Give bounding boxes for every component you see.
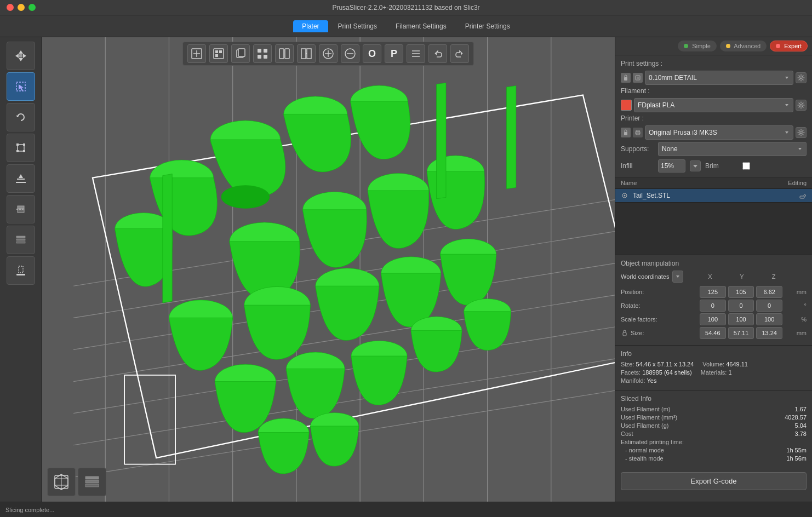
z-axis-header: Z <box>759 273 788 280</box>
position-z-input[interactable] <box>756 286 782 298</box>
svg-rect-78 <box>258 49 261 53</box>
minimize-button[interactable] <box>18 4 25 11</box>
used-filament-mm3-label: Used Filament (mm³) <box>621 414 677 421</box>
object-list: Tail_Set.STL <box>615 189 812 255</box>
toolbar-redo-btn[interactable] <box>450 44 469 63</box>
window-controls[interactable] <box>7 4 36 11</box>
svg-marker-119 <box>798 148 802 150</box>
svg-rect-77 <box>238 49 245 56</box>
facets-info-value: 188985 (64 shells) <box>642 369 692 376</box>
tab-filament-settings[interactable]: Filament Settings <box>387 20 455 32</box>
toolbar-merge-btn[interactable] <box>297 44 316 63</box>
tool-scale[interactable] <box>7 134 35 162</box>
size-z-input[interactable] <box>756 327 782 339</box>
volume-info: Volume: 4649.11 <box>702 361 748 367</box>
position-label: Position: <box>621 289 697 295</box>
toolbar-minus-btn[interactable] <box>341 44 359 63</box>
tab-printer-settings[interactable]: Printer Settings <box>456 20 519 32</box>
estimated-time-label: Estimated printing time: <box>621 439 684 445</box>
print-preset-dropdown[interactable]: 0.10mm DETAIL <box>645 71 793 85</box>
infill-input[interactable] <box>658 159 685 173</box>
infill-dropdown-btn[interactable] <box>690 160 701 171</box>
object-item[interactable]: Tail_Set.STL <box>615 189 812 203</box>
toolbar-add-btn[interactable] <box>187 44 206 63</box>
print-settings-section: Print settings : 0.10mm DETAIL <box>615 55 812 177</box>
mode-simple-btn[interactable]: Simple <box>678 41 717 51</box>
print-settings-gear[interactable] <box>796 72 807 83</box>
tool-select[interactable] <box>7 72 35 101</box>
brim-checkbox[interactable] <box>742 162 750 170</box>
tab-print-settings[interactable]: Print Settings <box>329 20 386 32</box>
scale-x-input[interactable] <box>700 313 726 325</box>
estimated-time-row: Estimated printing time: <box>621 439 807 445</box>
toolbar-split-btn[interactable] <box>275 44 294 63</box>
scale-z-input[interactable] <box>756 313 782 325</box>
cost-value: 3.78 <box>795 430 807 437</box>
view-layers-btn[interactable] <box>78 468 106 496</box>
infill-label: Infill <box>621 162 654 170</box>
maximize-button[interactable] <box>28 4 36 11</box>
svg-rect-80 <box>258 55 261 59</box>
scale-label: Scale factors: <box>621 316 697 323</box>
filament-settings-gear[interactable] <box>796 100 807 111</box>
filament-color-swatch[interactable] <box>621 100 632 111</box>
filament-label: Filament : <box>621 87 654 95</box>
svg-rect-106 <box>636 76 640 80</box>
position-y-input[interactable] <box>728 286 754 298</box>
tab-plater[interactable]: Plater <box>293 20 328 32</box>
toolbar-object-btn[interactable] <box>209 44 228 63</box>
printer-lock-icon <box>621 128 631 137</box>
mode-expert-label: Expert <box>784 43 802 49</box>
tool-layers[interactable] <box>7 226 35 254</box>
svg-rect-105 <box>624 77 627 81</box>
size-x-input[interactable] <box>700 327 726 339</box>
toolbar-P-btn[interactable]: P <box>385 44 403 63</box>
mode-advanced-btn[interactable]: Advanced <box>720 41 767 51</box>
world-coordinates-dropdown[interactable] <box>672 271 683 283</box>
manifold-info-row: Manifold: Yes <box>621 377 807 384</box>
toolbar-plus-btn[interactable] <box>319 44 338 63</box>
tool-rotate[interactable] <box>7 103 35 131</box>
supports-dropdown[interactable]: None <box>658 142 807 156</box>
object-edit-icon[interactable] <box>799 192 807 199</box>
toolbar-grid-btn[interactable] <box>253 44 272 63</box>
size-info-label: Size: 54.46 x 57.11 x 13.24 <box>621 361 694 367</box>
tool-support[interactable] <box>7 256 35 285</box>
rotate-z-input[interactable] <box>756 300 782 312</box>
export-gcode-button[interactable]: Export G-code <box>621 472 807 490</box>
materials-info: Materials: 1 <box>701 369 732 376</box>
toolbar-list-btn[interactable] <box>407 44 425 63</box>
object-filename: Tail_Set.STL <box>633 192 794 199</box>
mode-expert-btn[interactable]: Expert <box>770 41 808 51</box>
tool-move[interactable] <box>7 42 35 70</box>
infill-row: Infill Brim <box>621 159 807 173</box>
svg-rect-81 <box>264 55 267 59</box>
rotate-x-input[interactable] <box>700 300 726 312</box>
close-button[interactable] <box>7 4 14 11</box>
printer-preset-row: Original Prusa i3 MK3S <box>621 125 807 140</box>
used-filament-m-row: Used Filament (m) 1.67 <box>621 406 807 412</box>
scale-row: Scale factors: % <box>621 313 807 325</box>
toolbar-undo-btn[interactable] <box>428 44 447 63</box>
svg-rect-79 <box>264 49 267 53</box>
toolbar-O-btn[interactable]: O <box>363 44 381 63</box>
svg-point-112 <box>800 104 802 106</box>
printer-label: Printer : <box>621 114 654 122</box>
view-3d-btn[interactable] <box>47 468 76 496</box>
tool-cut[interactable] <box>7 195 35 223</box>
position-x-input[interactable] <box>700 286 726 298</box>
printer-settings-gear[interactable] <box>796 127 807 138</box>
viewport[interactable]: O P <box>42 37 615 502</box>
size-y-input[interactable] <box>728 327 754 339</box>
toolbar-copy-btn[interactable] <box>231 44 250 63</box>
tool-place[interactable] <box>7 164 35 193</box>
name-column-header: Name <box>621 180 637 186</box>
facets-info-row: Facets: 188985 (64 shells) Materials: 1 <box>621 369 807 376</box>
rotate-y-input[interactable] <box>728 300 754 312</box>
svg-point-44 <box>221 186 270 209</box>
object-list-header: Name Editing <box>615 177 812 189</box>
scale-y-input[interactable] <box>728 313 754 325</box>
filament-preset-dropdown[interactable]: FDplast PLA <box>634 98 793 112</box>
printer-preset-dropdown[interactable]: Original Prusa i3 MK3S <box>645 125 793 140</box>
viewport-background <box>42 37 615 502</box>
